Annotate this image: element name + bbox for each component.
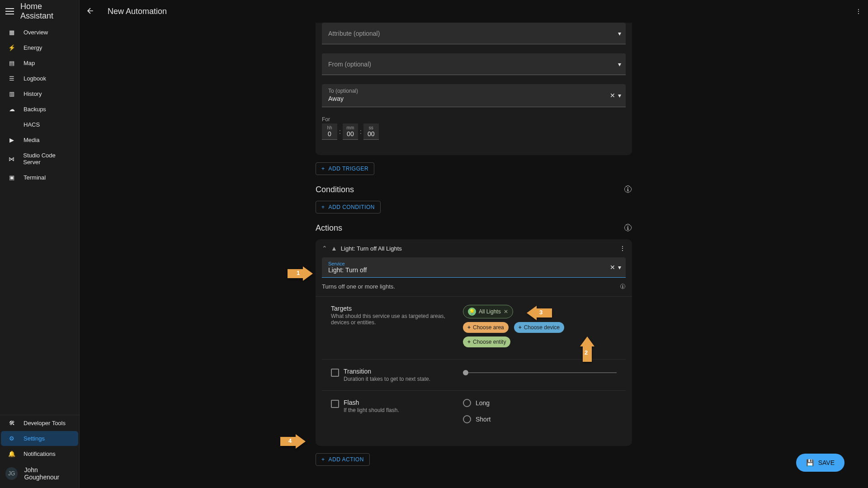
chevron-down-icon: ▾	[618, 264, 621, 271]
sidebar-item-label: History	[24, 90, 42, 97]
sidebar-item-media[interactable]: ▶ Media	[1, 133, 78, 147]
field-label: From (optional)	[328, 61, 371, 68]
add-action-button[interactable]: + ADD ACTION	[316, 453, 370, 466]
field-label: Attribute (optional)	[328, 30, 380, 37]
targets-title: Targets	[331, 305, 463, 312]
sidebar-item-devtools[interactable]: 🛠 Developer Tools	[1, 416, 78, 431]
sidebar-item-settings[interactable]: ⚙ Settings	[1, 431, 78, 446]
play-icon: ▶	[6, 137, 17, 143]
field-value: Light: Turn off	[328, 266, 619, 274]
annotation-arrow-4: 4	[280, 434, 306, 449]
sidebar-item-label: Map	[24, 60, 35, 66]
cloud-icon: ☁	[6, 106, 17, 113]
bell-icon: 🔔	[6, 450, 17, 457]
service-description: Turns off one or more lights.	[322, 283, 395, 290]
svg-marker-0	[288, 266, 313, 281]
page-title: New Automation	[108, 7, 167, 16]
app-title: Home Assistant	[20, 2, 74, 21]
transition-title: Transition	[344, 368, 430, 375]
help-icon[interactable]: 🛈	[620, 283, 626, 290]
menu-toggle-button[interactable]	[5, 7, 14, 16]
field-label: Service	[328, 261, 619, 266]
sidebar-item-label: Developer Tools	[24, 420, 66, 426]
add-condition-button[interactable]: + ADD CONDITION	[316, 201, 381, 213]
hammer-icon: 🛠	[6, 420, 17, 426]
section-title-conditions: Conditions	[316, 185, 354, 194]
sidebar-item-label: Notifications	[24, 450, 56, 457]
sidebar-item-backups[interactable]: ☁ Backups	[1, 102, 78, 117]
plus-icon: +	[467, 324, 471, 331]
sidebar-item-hacs[interactable]: HACS	[1, 117, 78, 132]
sidebar-item-label: Overview	[24, 29, 48, 36]
chevron-down-icon: ▾	[618, 92, 621, 99]
sidebar-nav: ▦ Overview ⚡ Energy ▤ Map ☰ Logbook ▥ Hi…	[0, 23, 79, 415]
sidebar-item-label: Studio Code Server	[23, 152, 73, 166]
plus-icon: +	[321, 204, 325, 210]
plus-icon: +	[467, 339, 471, 345]
choose-device-button[interactable]: + Choose device	[514, 322, 564, 333]
sidebar-user[interactable]: JG John Goughenour	[0, 462, 79, 485]
service-select[interactable]: Service Light: Turn off ✕ ▾	[322, 257, 626, 278]
attribute-select[interactable]: Attribute (optional) ▾	[322, 23, 626, 44]
chevron-down-icon: ▾	[618, 61, 621, 68]
add-trigger-button[interactable]: + ADD TRIGGER	[316, 162, 374, 175]
sidebar-item-label: Backups	[24, 106, 46, 113]
svg-marker-3	[280, 434, 306, 449]
transition-checkbox[interactable]	[331, 369, 339, 377]
from-select[interactable]: From (optional) ▾	[322, 53, 626, 75]
content-area: Attribute (optional) ▾ From (optional) ▾…	[80, 23, 868, 488]
save-button[interactable]: 💾 SAVE	[796, 454, 844, 472]
dashboard-icon: ▦	[6, 29, 17, 36]
sidebar-item-studio-code[interactable]: ⋈ Studio Code Server	[1, 148, 78, 170]
chevron-up-icon[interactable]: ⌃	[322, 245, 327, 252]
back-button[interactable]	[86, 6, 97, 17]
sidebar-item-logbook[interactable]: ☰ Logbook	[1, 71, 78, 86]
chart-icon: ▥	[6, 90, 17, 97]
save-icon: 💾	[806, 459, 814, 466]
flash-desc: If the light should flash.	[344, 407, 399, 413]
sidebar-item-label: Energy	[24, 44, 42, 51]
action-card-title: Light: Turn off All Lights	[341, 245, 402, 252]
gear-icon: ⚙	[6, 435, 17, 442]
to-select[interactable]: To (optional) Away ✕ ▾	[322, 84, 626, 107]
lightbulb-icon: 💡	[468, 308, 476, 316]
sidebar-item-label: Settings	[24, 435, 45, 442]
sidebar-item-energy[interactable]: ⚡ Energy	[1, 40, 78, 55]
terminal-icon: ▣	[6, 174, 17, 181]
sidebar-item-label: Terminal	[24, 174, 46, 181]
flash-long-radio[interactable]: Long	[463, 399, 617, 407]
page-menu-button[interactable]: ⋮	[855, 8, 862, 15]
plus-icon: +	[321, 166, 325, 172]
choose-entity-button[interactable]: + Choose entity	[463, 336, 510, 347]
map-icon: ▤	[6, 60, 17, 66]
sidebar-item-label: HACS	[24, 121, 40, 128]
service-icon: ▲	[331, 245, 337, 252]
sidebar-item-overview[interactable]: ▦ Overview	[1, 25, 78, 40]
chevron-down-icon: ▾	[618, 30, 621, 37]
choose-area-button[interactable]: + Choose area	[463, 322, 509, 333]
target-chip-all-lights[interactable]: 💡 All Lights ✕	[463, 305, 513, 318]
help-icon[interactable]: 🛈	[624, 223, 632, 233]
vscode-icon: ⋈	[6, 156, 17, 162]
sidebar-item-notifications[interactable]: 🔔 Notifications	[1, 446, 78, 461]
action-card: ⌃ ▲ Light: Turn off All Lights ⋮ Service…	[316, 239, 632, 446]
remove-chip-icon[interactable]: ✕	[504, 308, 508, 315]
annotation-arrow-1: 1	[288, 266, 313, 281]
for-label: For	[322, 116, 626, 123]
card-menu-button[interactable]: ⋮	[619, 245, 626, 252]
sidebar: Home Assistant ▦ Overview ⚡ Energy ▤ Map…	[0, 0, 80, 488]
sidebar-item-history[interactable]: ▥ History	[1, 86, 78, 101]
sidebar-item-label: Media	[24, 137, 39, 143]
duration-input[interactable]: hh 0 : mm 00 : ss 00	[322, 123, 626, 140]
field-value: Away	[328, 95, 344, 102]
flash-short-radio[interactable]: Short	[463, 415, 617, 423]
list-icon: ☰	[6, 75, 17, 82]
flash-checkbox[interactable]	[331, 400, 339, 408]
transition-slider[interactable]	[463, 372, 617, 373]
clear-icon[interactable]: ✕	[610, 92, 615, 99]
sidebar-item-map[interactable]: ▤ Map	[1, 56, 78, 71]
help-icon[interactable]: 🛈	[624, 185, 632, 194]
sidebar-item-terminal[interactable]: ▣ Terminal	[1, 170, 78, 185]
section-title-actions: Actions	[316, 223, 342, 233]
clear-icon[interactable]: ✕	[610, 264, 615, 271]
